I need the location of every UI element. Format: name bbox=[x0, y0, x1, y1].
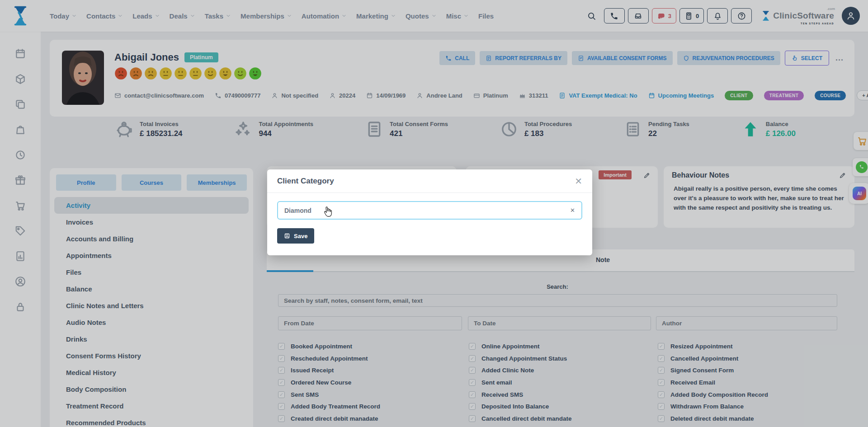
client-category-modal: Client Category ✕ ✕ Save bbox=[267, 169, 592, 255]
save-button[interactable]: Save bbox=[277, 228, 314, 244]
save-icon bbox=[284, 233, 290, 239]
screen: TodayContactsLeadsDealsTasksMembershipsA… bbox=[0, 0, 868, 427]
modal-close-icon[interactable]: ✕ bbox=[575, 177, 582, 186]
modal-title: Client Category bbox=[277, 177, 334, 186]
clear-input-icon[interactable]: ✕ bbox=[570, 207, 575, 214]
mouse-cursor bbox=[322, 206, 333, 218]
